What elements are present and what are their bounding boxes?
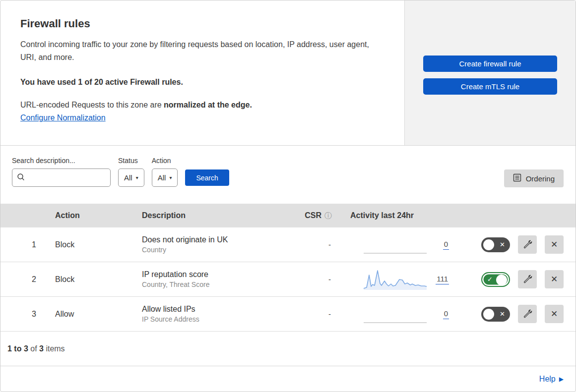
rule-action: Block <box>45 275 142 284</box>
filter-bar: Search description... Status All ▾ Actio… <box>0 146 576 204</box>
toggle-state-icon: ✕ <box>500 241 505 248</box>
toggle-knob <box>483 239 494 250</box>
edit-rule-button[interactable] <box>518 235 537 254</box>
toggle-state-icon: ✓ <box>487 276 493 283</box>
cta-panel: Create firewall rule Create mTLS rule <box>404 0 576 145</box>
normalization-bold-text: normalized at the edge. <box>164 101 252 109</box>
table-row: 2 Block IP reputation score Country, Thr… <box>0 262 576 297</box>
page-title: Firewall rules <box>20 17 384 30</box>
delete-rule-button[interactable]: ✕ <box>545 270 564 288</box>
ordering-button[interactable]: Ordering <box>504 169 564 187</box>
search-input[interactable] <box>25 174 100 182</box>
activity-count-link[interactable]: 0 <box>443 240 449 250</box>
pagination-of: of <box>28 344 39 353</box>
status-field: Status All ▾ <box>118 157 144 204</box>
activity-sparkline <box>363 303 428 326</box>
rule-description-cell: IP reputation score Country, Threat Scor… <box>142 270 298 288</box>
status-label: Status <box>118 157 144 165</box>
create-firewall-rule-button[interactable]: Create firewall rule <box>423 56 557 72</box>
rule-criteria: Country, Threat Score <box>142 280 298 288</box>
rule-controls: ✓ ✕ <box>453 270 576 288</box>
action-field: Action All ▾ <box>152 157 178 204</box>
status-dropdown[interactable]: All ▾ <box>118 168 144 187</box>
search-box[interactable] <box>12 168 111 187</box>
wrench-icon <box>523 240 532 249</box>
rule-csr-value: - <box>298 310 338 318</box>
rule-activity-cell: 111 <box>338 268 453 291</box>
close-icon: ✕ <box>551 309 558 319</box>
rule-controls: ✕ ✕ <box>453 235 576 254</box>
close-icon: ✕ <box>551 239 558 250</box>
csr-header-label: CSR <box>305 211 321 220</box>
help-label: Help <box>539 375 556 384</box>
pagination-summary: 1 to 3 of 3 items <box>0 332 576 366</box>
page-description: Control incoming traffic to your zone by… <box>20 38 378 64</box>
help-link[interactable]: Help ▶ <box>539 375 564 384</box>
pagination-total: 3 <box>39 344 44 353</box>
wrench-icon <box>523 309 532 319</box>
rule-criteria: IP Source Address <box>142 315 298 323</box>
rule-controls: ✕ ✕ <box>453 305 576 323</box>
activity-sparkline <box>363 268 428 291</box>
description-column-header: Description <box>142 211 298 220</box>
header-section: Firewall rules Control incoming traffic … <box>0 0 576 146</box>
pagination-range: 1 to 3 <box>7 344 28 353</box>
intro-block: Firewall rules Control incoming traffic … <box>0 0 404 145</box>
edit-rule-button[interactable] <box>518 305 537 323</box>
delete-rule-button[interactable]: ✕ <box>545 305 564 323</box>
status-value: All <box>124 173 132 182</box>
search-button[interactable]: Search <box>185 169 229 186</box>
rule-description-cell: Does not originate in UK Country <box>142 235 298 254</box>
activity-count-link[interactable]: 111 <box>436 275 449 284</box>
filters-group: Search description... Status All ▾ Actio… <box>12 157 229 204</box>
info-icon[interactable]: ⓘ <box>324 211 332 221</box>
action-dropdown[interactable]: All ▾ <box>152 168 178 187</box>
rule-activity-cell: 0 <box>338 303 453 326</box>
rule-description-cell: Allow listed IPs IP Source Address <box>142 305 298 323</box>
rule-csr-value: - <box>298 275 338 283</box>
search-button-wrap: Search <box>185 157 229 204</box>
rule-enabled-toggle[interactable]: ✕ <box>481 237 510 252</box>
firewall-rules-page: Firewall rules Control incoming traffic … <box>0 0 576 392</box>
rule-priority: 1 <box>0 240 45 249</box>
search-icon <box>16 172 25 183</box>
create-mtls-rule-button[interactable]: Create mTLS rule <box>423 78 557 95</box>
delete-rule-button[interactable]: ✕ <box>545 235 564 254</box>
configure-normalization-link[interactable]: Configure Normalization <box>20 113 106 122</box>
rule-priority: 2 <box>0 275 45 284</box>
edit-rule-button[interactable] <box>518 270 537 288</box>
rule-description: IP reputation score <box>142 270 298 279</box>
rule-activity-cell: 0 <box>338 233 453 256</box>
pagination-items-label: items <box>44 344 65 353</box>
activity-sparkline <box>363 233 428 256</box>
rule-csr-value: - <box>298 240 338 249</box>
chevron-right-icon: ▶ <box>559 376 564 383</box>
search-field: Search description... <box>12 157 111 204</box>
toggle-knob <box>483 309 494 320</box>
normalization-text: URL-encoded Requests to this zone are <box>20 101 164 109</box>
help-row: Help ▶ <box>0 366 576 392</box>
table-header: Action Description CSR ⓘ Activity last 2… <box>0 204 576 227</box>
rule-action: Allow <box>45 310 142 319</box>
rule-enabled-toggle[interactable]: ✓ <box>481 272 510 287</box>
normalization-note: URL-encoded Requests to this zone are no… <box>20 101 384 110</box>
rule-description: Does not originate in UK <box>142 235 298 244</box>
ordering-list-icon <box>513 173 521 183</box>
activity-count-link[interactable]: 0 <box>443 309 449 319</box>
table-row: 3 Allow Allow listed IPs IP Source Addre… <box>0 297 576 332</box>
toggle-state-icon: ✕ <box>500 310 505 318</box>
search-label: Search description... <box>12 157 111 165</box>
rule-priority: 3 <box>0 310 45 319</box>
rule-description: Allow listed IPs <box>142 305 298 314</box>
csr-column-header: CSR ⓘ <box>298 211 338 221</box>
rule-criteria: Country <box>142 246 298 254</box>
rule-enabled-toggle[interactable]: ✕ <box>481 307 510 322</box>
usage-summary: You have used 1 of 20 active Firewall ru… <box>20 78 384 87</box>
close-icon: ✕ <box>551 274 558 284</box>
chevron-down-icon: ▾ <box>169 175 172 180</box>
activity-column-header: Activity last 24hr <box>338 211 453 220</box>
action-value: All <box>158 173 166 182</box>
wrench-icon <box>523 275 532 284</box>
toggle-knob <box>496 275 507 285</box>
chevron-down-icon: ▾ <box>136 175 138 180</box>
